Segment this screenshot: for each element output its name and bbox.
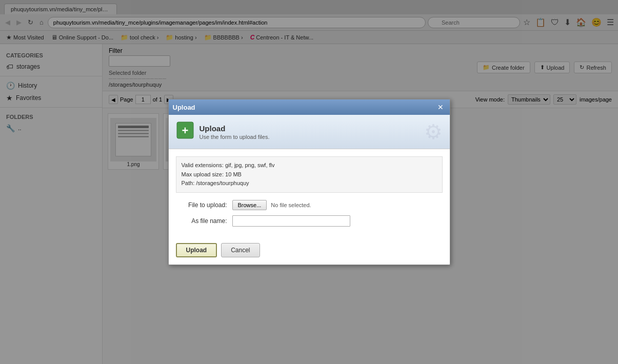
max-upload-text: Max upload size: 10 MB xyxy=(182,170,437,179)
upload-header-icon: + xyxy=(176,121,194,143)
upload-dialog: Upload ✕ + Upload Use the form to upload… xyxy=(168,99,450,265)
upload-info-box: Valid extensions: gif, jpg, png, swf, fl… xyxy=(176,156,443,193)
dialog-header-title: Upload xyxy=(200,124,270,133)
dialog-header: + Upload Use the form to upload files. ⚙ xyxy=(169,115,450,149)
dialog-titlebar: Upload ✕ xyxy=(169,99,450,115)
valid-extensions-text: Valid extensions: gif, jpg, png, swf, fl… xyxy=(182,161,437,170)
dialog-cancel-button[interactable]: Cancel xyxy=(221,243,260,257)
dialog-title: Upload xyxy=(173,104,195,111)
dialog-upload-label: Upload xyxy=(186,247,207,254)
as-file-name-label: As file name: xyxy=(176,217,232,225)
path-text: Path: /storages/tourphuquy xyxy=(182,179,437,188)
file-name-row: As file name: xyxy=(176,215,443,227)
browse-button[interactable]: Browse... xyxy=(232,200,267,210)
as-file-name-input[interactable] xyxy=(232,215,350,227)
dialog-cancel-label: Cancel xyxy=(231,247,250,254)
dialog-watermark: ⚙ xyxy=(274,120,442,144)
file-to-upload-label: File to upload: xyxy=(176,201,232,209)
dialog-overlay: Upload ✕ + Upload Use the form to upload… xyxy=(0,0,618,364)
file-upload-row: File to upload: Browse... No file select… xyxy=(176,200,443,210)
browse-label: Browse... xyxy=(238,202,262,208)
dialog-close-button[interactable]: ✕ xyxy=(435,102,446,112)
dialog-header-text: Upload Use the form to upload files. xyxy=(200,124,270,140)
svg-text:+: + xyxy=(182,124,188,137)
no-file-text: No file selected. xyxy=(271,202,311,208)
close-icon: ✕ xyxy=(437,103,444,111)
dialog-header-subtitle: Use the form to upload files. xyxy=(200,134,270,140)
dialog-footer: Upload Cancel xyxy=(169,239,450,265)
dialog-upload-button[interactable]: Upload xyxy=(176,243,217,257)
dialog-body: Valid extensions: gif, jpg, png, swf, fl… xyxy=(169,149,450,239)
